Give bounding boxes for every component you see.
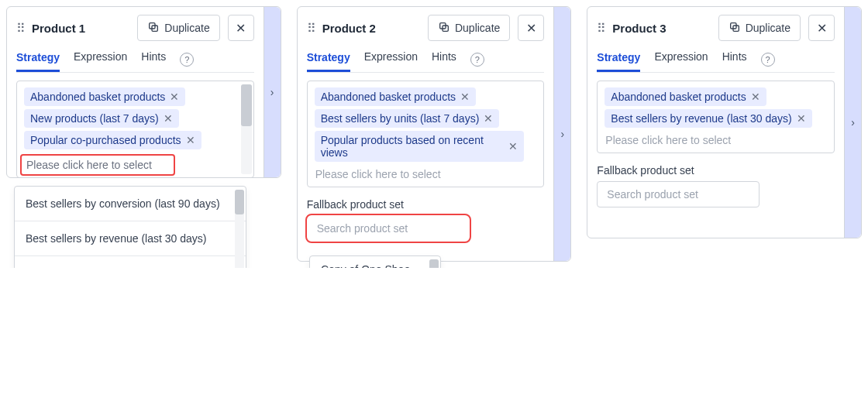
strategy-select[interactable]: Abandoned basket products ✕ New products…: [16, 81, 254, 178]
duplicate-icon: [728, 21, 741, 36]
duplicate-button-label: Duplicate: [164, 22, 209, 34]
fallback-search-input-field[interactable]: [605, 187, 751, 201]
tab-strategy[interactable]: Strategy: [597, 51, 640, 72]
pill-remove-icon[interactable]: ✕: [186, 134, 195, 146]
pill-remove-icon[interactable]: ✕: [508, 140, 518, 153]
dropdown-option[interactable]: Best sellers by conversion (last 90 days…: [15, 187, 246, 221]
strategy-pill: Best sellers by units (last 7 days) ✕: [315, 109, 500, 128]
strategy-pill: Popular products based on recent views ✕: [315, 131, 524, 162]
duplicate-button[interactable]: Duplicate: [428, 15, 510, 41]
strategy-pill-label: New products (last 7 days): [30, 112, 159, 125]
dropdown-option[interactable]: Copy of One Shoe: [310, 256, 440, 268]
card-title: Product 2: [322, 22, 420, 35]
tab-hints[interactable]: Hints: [141, 50, 166, 69]
product-card-3: ⠿ Product 3 Duplicate ✕ Strategy Express…: [587, 6, 862, 238]
pill-remove-icon[interactable]: ✕: [797, 112, 806, 125]
pill-remove-icon[interactable]: ✕: [484, 112, 493, 125]
duplicate-button[interactable]: Duplicate: [718, 15, 801, 41]
help-icon[interactable]: ?: [180, 53, 194, 67]
strategy-select-placeholder[interactable]: Please click here to select: [312, 163, 539, 182]
chevron-right-icon: ›: [270, 86, 274, 98]
strategy-pill-label: Abandoned basket products: [321, 91, 456, 103]
tab-strategy[interactable]: Strategy: [16, 51, 60, 72]
fallback-search-input[interactable]: [597, 181, 760, 207]
fallback-search-input[interactable]: [307, 215, 470, 242]
tab-hints[interactable]: Hints: [432, 50, 456, 69]
fallback-label: Fallback product set: [307, 198, 545, 211]
tab-expression[interactable]: Expression: [364, 50, 418, 69]
help-icon[interactable]: ?: [470, 53, 484, 67]
pill-remove-icon[interactable]: ✕: [170, 91, 179, 103]
card-expand-handle[interactable]: ›: [844, 7, 861, 238]
fallback-dropdown: Copy of One Shoe ellie test Formal Shoe …: [309, 255, 441, 268]
duplicate-button-label: Duplicate: [746, 22, 790, 34]
tab-strategy[interactable]: Strategy: [307, 51, 350, 72]
tab-expression[interactable]: Expression: [74, 50, 127, 69]
strategy-select-placeholder[interactable]: Please click here to select: [20, 154, 175, 176]
strategy-pill-label: Popular products based on recent views: [321, 134, 504, 159]
product-card-2: ⠿ Product 2 Duplicate ✕ Strategy Express…: [297, 6, 572, 262]
tab-hints[interactable]: Hints: [722, 50, 747, 69]
strategy-pill: Abandoned basket products ✕: [604, 87, 766, 106]
help-icon[interactable]: ?: [761, 53, 775, 67]
strategy-pill-label: Abandoned basket products: [30, 91, 165, 103]
close-button[interactable]: ✕: [228, 15, 254, 41]
pill-remove-icon[interactable]: ✕: [460, 91, 470, 103]
pill-remove-icon[interactable]: ✕: [164, 112, 173, 125]
close-button[interactable]: ✕: [518, 15, 544, 41]
tab-expression[interactable]: Expression: [654, 50, 708, 69]
scrollbar-thumb[interactable]: [429, 259, 439, 268]
chevron-right-icon: ›: [851, 116, 855, 129]
strategy-pill: New products (last 7 days) ✕: [24, 109, 179, 128]
strategy-select[interactable]: Abandoned basket products ✕ Best sellers…: [597, 81, 835, 153]
strategy-dropdown: Best sellers by conversion (last 90 days…: [14, 186, 246, 268]
strategy-select-placeholder[interactable]: Please click here to select: [602, 129, 829, 148]
card-expand-handle[interactable]: ›: [553, 7, 570, 261]
fallback-label: Fallback product set: [597, 164, 835, 177]
duplicate-icon: [438, 21, 450, 36]
fallback-search-input-field[interactable]: [315, 221, 461, 235]
strategy-pill-label: Abandoned basket products: [611, 91, 746, 103]
close-button[interactable]: ✕: [808, 15, 835, 41]
drag-handle-icon[interactable]: ⠿: [16, 21, 24, 36]
duplicate-button[interactable]: Duplicate: [137, 15, 219, 41]
strategy-pill: Abandoned basket products ✕: [315, 87, 476, 106]
chevron-right-icon: ›: [561, 128, 565, 140]
strategy-select[interactable]: Abandoned basket products ✕ Best sellers…: [307, 81, 545, 187]
duplicate-button-label: Duplicate: [455, 22, 500, 34]
drag-handle-icon[interactable]: ⠿: [307, 21, 315, 36]
scrollbar-thumb[interactable]: [241, 84, 252, 126]
strategy-pill-label: Popular co-purchased products: [30, 134, 181, 146]
duplicate-icon: [147, 21, 160, 36]
card-title: Product 3: [612, 22, 710, 35]
close-icon: ✕: [817, 21, 827, 36]
close-icon: ✕: [526, 21, 536, 36]
close-icon: ✕: [236, 21, 246, 36]
strategy-pill-label: Best sellers by revenue (last 30 days): [611, 112, 791, 125]
strategy-pill-label: Best sellers by units (last 7 days): [321, 112, 480, 125]
card-expand-handle[interactable]: ›: [264, 7, 281, 177]
scrollbar-thumb[interactable]: [235, 190, 244, 214]
product-card-1: ⠿ Product 1 Duplicate ✕ Strategy Express…: [6, 6, 281, 178]
dropdown-option[interactable]: Best sellers by revenue per product view…: [15, 256, 246, 268]
pill-remove-icon[interactable]: ✕: [751, 91, 760, 103]
dropdown-option[interactable]: Best sellers by revenue (last 30 days): [15, 221, 246, 256]
card-title: Product 1: [32, 22, 129, 35]
drag-handle-icon[interactable]: ⠿: [597, 21, 604, 36]
strategy-pill: Abandoned basket products ✕: [24, 87, 185, 106]
strategy-pill: Popular co-purchased products ✕: [24, 131, 202, 149]
strategy-pill: Best sellers by revenue (last 30 days) ✕: [604, 109, 811, 128]
